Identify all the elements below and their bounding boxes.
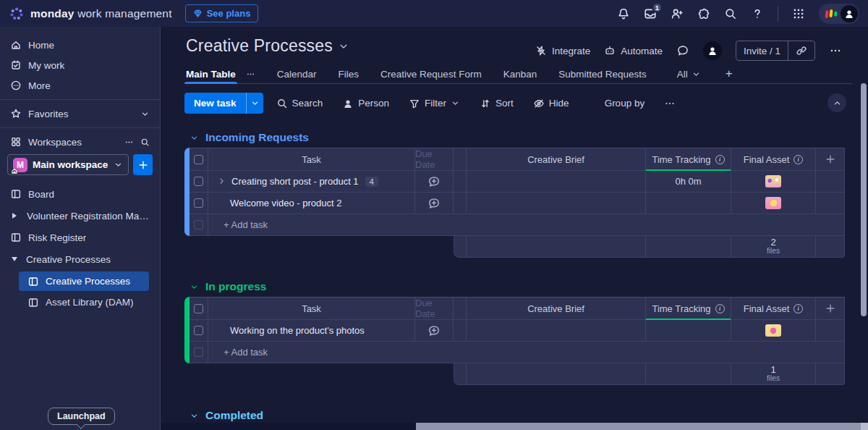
task-cell[interactable]: Welcome video - product 2 <box>208 193 415 214</box>
column-header-creative-brief[interactable]: Creative Brief <box>467 297 646 320</box>
sidebar-item-board[interactable]: Board <box>0 183 160 205</box>
board-member-avatar[interactable] <box>703 41 722 60</box>
creative-brief-cell[interactable] <box>467 193 646 214</box>
column-header-time-tracking[interactable]: Time Trackingi <box>646 148 731 171</box>
sort-button[interactable]: Sort <box>473 93 520 114</box>
column-header-final-asset[interactable]: Final Asseti <box>731 297 816 320</box>
tab-main-table[interactable]: Main Table <box>186 64 236 83</box>
column-header-task[interactable]: Task <box>208 148 415 171</box>
sidebar-item-favorites[interactable]: Favorites <box>0 104 160 124</box>
task-cell[interactable]: Creating short post - product 1 4 <box>208 171 415 193</box>
add-task-row[interactable]: + Add task <box>208 342 845 363</box>
select-all-checkbox-cell[interactable] <box>190 148 208 171</box>
board-options-button[interactable] <box>829 44 842 57</box>
horizontal-scrollbar-track[interactable] <box>161 423 868 430</box>
see-plans-button[interactable]: See plans <box>185 4 259 22</box>
add-update-icon[interactable] <box>427 197 441 210</box>
workspaces-search-icon[interactable] <box>140 138 150 147</box>
sidebar-item-home[interactable]: Home <box>0 35 160 55</box>
group-collapse-chevron-icon[interactable] <box>190 133 199 143</box>
add-update-cell[interactable] <box>415 193 454 214</box>
add-update-cell[interactable] <box>415 320 454 342</box>
final-asset-cell[interactable] <box>731 171 816 193</box>
invite-button[interactable]: Invite / 1 <box>736 41 788 60</box>
file-thumbnail[interactable] <box>765 175 781 187</box>
sidebar-item-my-work[interactable]: My work <box>0 55 160 75</box>
hide-button[interactable]: Hide <box>527 93 576 114</box>
tab-creative-request-form[interactable]: Creative Request Form <box>380 64 482 83</box>
app-logo[interactable]: monday work management <box>0 6 172 22</box>
automate-button[interactable]: Automate <box>604 45 663 56</box>
add-column-button[interactable] <box>816 148 845 171</box>
time-tracking-cell[interactable]: 0h 0m <box>646 171 731 193</box>
add-workspace-item-button[interactable] <box>133 154 153 175</box>
column-header-due-date[interactable]: Due Date <box>415 148 454 171</box>
column-header-creative-brief[interactable]: Creative Brief <box>467 148 646 171</box>
workspace-selector[interactable]: M Main workspace <box>7 154 129 175</box>
sidebar-item-more[interactable]: More <box>0 75 160 96</box>
sidebar-item-creative-processes-board[interactable]: Creative Processes <box>19 271 149 291</box>
collapsed-arrow-icon[interactable] <box>12 213 17 219</box>
add-column-button[interactable] <box>816 297 845 320</box>
file-thumbnail[interactable] <box>765 324 781 337</box>
expanded-arrow-icon[interactable] <box>12 257 17 261</box>
integrate-button[interactable]: Integrate <box>535 45 590 56</box>
add-update-icon[interactable] <box>427 324 441 337</box>
board-title-menu-chevron-icon[interactable] <box>338 41 349 52</box>
tab-calendar[interactable]: Calendar <box>277 64 317 83</box>
product-switcher-icon[interactable] <box>792 7 805 20</box>
creative-brief-cell[interactable] <box>467 320 646 342</box>
tab-options-icon[interactable] <box>246 69 255 79</box>
info-icon[interactable]: i <box>793 155 803 164</box>
file-thumbnail[interactable] <box>765 197 781 209</box>
add-update-icon[interactable] <box>427 175 441 188</box>
search-button[interactable]: Search <box>270 93 330 114</box>
board-discussion-button[interactable] <box>676 44 689 57</box>
summary-final-asset-cell[interactable]: 1files <box>731 363 816 385</box>
workspaces-options-icon[interactable] <box>124 138 134 147</box>
account-pill[interactable] <box>819 4 859 24</box>
task-cell[interactable]: Working on the product's photos <box>208 320 415 342</box>
info-icon[interactable]: i <box>715 304 725 313</box>
filter-button[interactable]: Filter <box>402 93 467 114</box>
creative-brief-cell[interactable] <box>467 171 646 193</box>
final-asset-cell[interactable] <box>731 320 816 342</box>
column-header-task[interactable]: Task <box>208 297 415 320</box>
time-tracking-cell[interactable] <box>646 320 731 342</box>
add-update-cell[interactable] <box>415 171 454 193</box>
user-avatar[interactable] <box>841 5 858 22</box>
add-task-row[interactable]: + Add task <box>208 214 845 236</box>
info-icon[interactable]: i <box>715 155 725 164</box>
column-header-due-date[interactable]: Due Date <box>415 297 454 320</box>
vertical-scrollbar[interactable] <box>861 83 867 316</box>
summary-final-asset-cell[interactable]: 2files <box>731 236 816 258</box>
group-collapse-chevron-icon[interactable] <box>190 411 199 421</box>
sidebar-item-volunteer-registration[interactable]: Volunteer Registration Mana… <box>0 205 160 227</box>
views-filter-dropdown[interactable]: All <box>677 69 701 80</box>
row-checkbox-cell[interactable] <box>190 193 208 214</box>
collapse-header-button[interactable] <box>827 93 846 112</box>
search-icon[interactable] <box>724 7 737 20</box>
notifications-bell-icon[interactable] <box>617 7 630 20</box>
apps-marketplace-icon[interactable] <box>697 7 710 20</box>
row-checkbox-cell[interactable] <box>190 320 208 342</box>
group-collapse-chevron-icon[interactable] <box>190 282 199 292</box>
add-view-button[interactable]: + <box>726 67 733 81</box>
horizontal-scrollbar-thumb[interactable] <box>416 423 861 430</box>
final-asset-cell[interactable] <box>731 193 816 214</box>
new-task-button[interactable]: New task <box>184 93 246 114</box>
column-header-time-tracking[interactable]: Time Trackingi <box>646 297 731 320</box>
copy-board-link-button[interactable] <box>788 41 814 60</box>
sidebar-item-asset-library[interactable]: Asset Library (DAM) <box>19 292 149 312</box>
time-tracking-cell[interactable] <box>646 193 731 214</box>
sidebar-item-risk-register[interactable]: Risk Register <box>0 227 160 248</box>
tab-kanban[interactable]: Kanban <box>503 64 537 83</box>
tab-files[interactable]: Files <box>339 64 359 83</box>
group-by-button[interactable]: Group by <box>582 93 652 114</box>
row-checkbox-cell[interactable] <box>190 171 208 193</box>
help-icon[interactable] <box>751 7 764 20</box>
group-header[interactable]: Incoming Requests <box>184 127 845 148</box>
column-header-final-asset[interactable]: Final Asseti <box>731 148 816 171</box>
tab-submitted-requests[interactable]: Submitted Requests <box>558 64 647 83</box>
invite-members-icon[interactable] <box>671 7 684 20</box>
